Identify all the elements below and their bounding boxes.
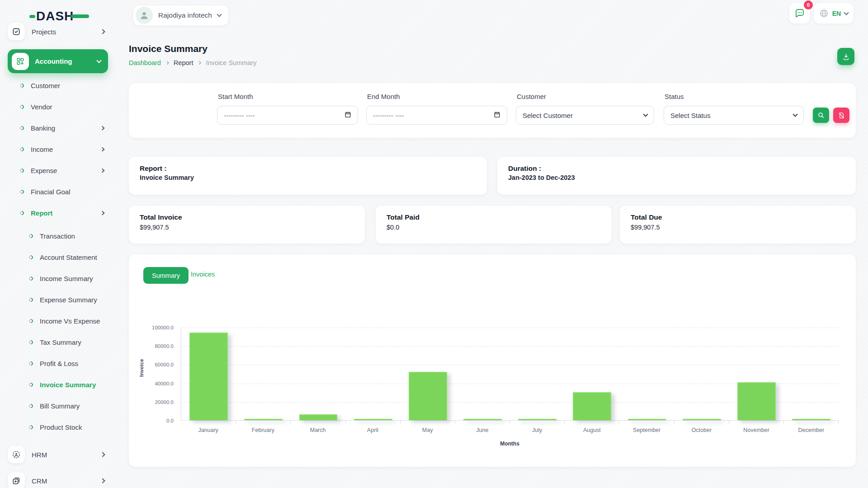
sidebar-item-transaction[interactable]: Transaction <box>0 225 117 247</box>
y-tick-label: 60000.0 <box>155 362 174 367</box>
bar-cell <box>784 328 839 420</box>
sidebar-item-label: Bill Summary <box>40 402 80 410</box>
tab-summary[interactable]: Summary <box>143 267 189 284</box>
bar-cell <box>510 328 565 420</box>
report-submenu: TransactionAccount StatementIncome Summa… <box>0 225 117 438</box>
x-tick-label: January <box>181 427 236 433</box>
sidebar-item-customer[interactable]: Customer <box>0 75 117 96</box>
sidebar-item-label: Customer <box>31 82 60 89</box>
sidebar-item-finacial-goal[interactable]: Finacial Goal <box>0 181 117 202</box>
chart-bar-july[interactable] <box>518 419 557 420</box>
sidebar-item-report[interactable]: Report <box>0 202 117 224</box>
start-month-label: Start Month <box>218 93 253 100</box>
bullet-icon <box>28 403 34 409</box>
search-button[interactable] <box>813 108 829 123</box>
sidebar-item-tax-summary[interactable]: Tax Summary <box>0 332 117 353</box>
chart-bar-june[interactable] <box>463 419 502 420</box>
file-slash-icon <box>838 112 845 119</box>
x-tick-label: June <box>455 427 509 433</box>
messages-button[interactable]: 0 <box>789 3 810 23</box>
sidebar-item-label: Expense <box>31 167 57 174</box>
end-month-input[interactable]: --------- ---- <box>366 106 507 125</box>
x-tick-label: February <box>236 427 290 433</box>
chart-bar-september[interactable] <box>628 419 666 420</box>
chart-bar-november[interactable] <box>737 382 776 420</box>
x-tick-label: March <box>291 427 345 433</box>
x-tick-label: August <box>565 427 619 433</box>
breadcrumb-dashboard[interactable]: Dashboard <box>129 59 161 66</box>
bullet-icon <box>28 361 34 366</box>
sidebar-section-label: Accounting <box>35 57 72 65</box>
sidebar-item-crm[interactable]: CRM <box>8 470 108 488</box>
chevron-right-icon <box>100 147 105 152</box>
x-tick <box>674 420 675 423</box>
sidebar-item-vendor[interactable]: Vendor <box>0 96 117 117</box>
chart-bar-march[interactable] <box>299 414 338 420</box>
sidebar-item-label: Vendor <box>31 103 52 111</box>
language-selector[interactable]: EN <box>814 3 854 23</box>
y-tick-label: 100000.0 <box>152 325 174 330</box>
chart-card: Summary Invoices 100000.080000.060000.04… <box>129 254 856 467</box>
total-paid-value: $0.0 <box>387 224 601 231</box>
download-button[interactable] <box>837 48 854 65</box>
chat-icon <box>794 8 805 19</box>
company-selector[interactable]: Rajodiya infotech <box>133 5 229 26</box>
sidebar-item-income-summary[interactable]: Income Summary <box>0 268 117 289</box>
sidebar-item-income[interactable]: Income <box>0 139 117 160</box>
status-select[interactable]: Select Status <box>664 106 804 125</box>
chart-bar-december[interactable] <box>792 419 830 420</box>
bar-cell <box>181 328 236 420</box>
chart-bar-august[interactable] <box>573 392 611 420</box>
sidebar-item-profit-loss[interactable]: Profit & Loss <box>0 353 117 374</box>
reset-filter-button[interactable] <box>833 108 849 123</box>
sidebar-item-bill-summary[interactable]: Bill Summary <box>0 395 117 417</box>
x-tick <box>564 420 565 423</box>
x-axis-labels: JanuaryFebruaryMarchAprilMayJuneJulyAugu… <box>181 427 839 433</box>
sidebar-item-expense-summary[interactable]: Expense Summary <box>0 289 117 310</box>
report-info-card: Report : Invoice Summary <box>129 157 487 195</box>
x-tick-label: November <box>729 427 784 433</box>
customer-select[interactable]: Select Customer <box>516 106 654 125</box>
end-month-value: --------- ---- <box>373 112 404 119</box>
bar-cell <box>675 328 729 420</box>
download-icon <box>842 53 850 61</box>
bullet-icon <box>28 297 34 303</box>
bullet-icon <box>28 276 34 282</box>
chevron-right-icon <box>100 478 105 483</box>
sidebar-item-invoice-summary[interactable]: Invoice Summary <box>0 374 117 395</box>
sidebar-item-banking[interactable]: Banking <box>0 117 117 139</box>
chart-bar-may[interactable] <box>409 372 447 420</box>
chart-bar-january[interactable] <box>189 333 228 420</box>
x-tick-label: July <box>510 427 565 433</box>
avatar <box>136 7 153 24</box>
sidebar-item-product-stock[interactable]: Product Stock <box>0 417 117 438</box>
sidebar-item-hrm[interactable]: HRM <box>8 444 108 465</box>
sidebar-item-account-statement[interactable]: Account Statement <box>0 247 117 268</box>
chevron-right-icon <box>100 211 105 216</box>
breadcrumb-report[interactable]: Report <box>174 59 193 66</box>
sidebar-item-expense[interactable]: Expense <box>0 160 117 181</box>
chart-bar-october[interactable] <box>683 419 721 420</box>
chart-bar-april[interactable] <box>354 419 392 420</box>
y-tick-label: 80000.0 <box>155 343 174 349</box>
sidebar-item-label: Finacial Goal <box>31 188 71 196</box>
sidebar-item-label: Income Summary <box>40 275 93 282</box>
start-month-input[interactable]: --------- ---- <box>217 106 358 125</box>
sidebar-item-label: Income Vs Expense <box>40 317 100 325</box>
sidebar-item-income-vs-expense[interactable]: Income Vs Expense <box>0 310 117 332</box>
language-code: EN <box>832 10 841 17</box>
sidebar-item-label: Profit & Loss <box>40 360 78 367</box>
company-name: Rajodiya infotech <box>158 11 212 19</box>
sidebar-section-accounting[interactable]: Accounting <box>8 49 108 73</box>
tab-invoices[interactable]: Invoices <box>191 271 215 278</box>
chevron-right-icon <box>198 61 201 65</box>
chevron-right-icon <box>100 169 105 173</box>
total-paid-card: Total Paid $0.0 <box>376 206 612 244</box>
chevron-down-icon <box>643 112 648 117</box>
sidebar-item-label: Transaction <box>40 232 75 240</box>
bullet-icon <box>19 146 25 152</box>
sidebar-item-projects[interactable]: Projects <box>8 21 108 42</box>
x-tick <box>400 420 401 423</box>
duration-label: Duration : <box>508 164 845 173</box>
chart-bar-february[interactable] <box>244 419 283 420</box>
